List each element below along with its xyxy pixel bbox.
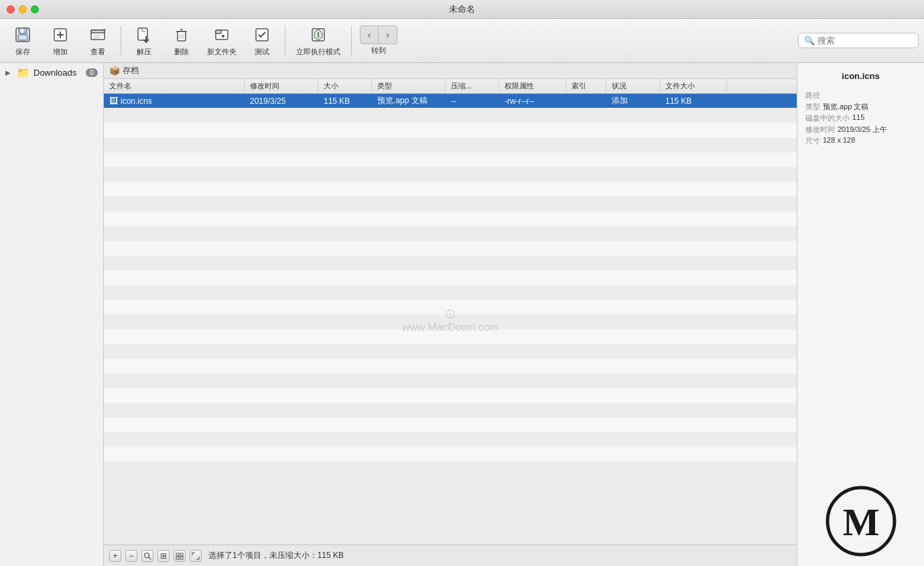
file-status-cell: 添加 bbox=[606, 94, 660, 108]
add-label: 增加 bbox=[53, 47, 68, 57]
preview-mtime-row: 修改时间 2019/3/25 上午 bbox=[805, 125, 916, 135]
table-row-empty-5 bbox=[104, 167, 797, 182]
save-button[interactable]: 保存 bbox=[5, 21, 40, 60]
search-icon: 🔍 bbox=[804, 36, 815, 46]
group-button[interactable] bbox=[174, 550, 186, 562]
table-row-empty-21 bbox=[104, 403, 797, 418]
preview-type-key: 类型 bbox=[805, 102, 820, 112]
table-row-empty-12 bbox=[104, 271, 797, 285]
bottom-btn-4[interactable]: ⊞ bbox=[157, 550, 170, 562]
save-icon bbox=[12, 24, 34, 46]
table-row-empty-14 bbox=[104, 300, 797, 315]
svg-rect-32 bbox=[180, 557, 183, 559]
new-archive-button[interactable]: 新文件夹 bbox=[202, 21, 242, 60]
col-compress[interactable]: 压缩... bbox=[446, 79, 499, 93]
table-row[interactable]: 🖼 icon.icns 2019/3/25 115 KB 预览.app 文稿 -… bbox=[104, 94, 797, 109]
minimize-button[interactable] bbox=[19, 5, 27, 13]
table-row-empty-22 bbox=[104, 418, 797, 433]
table-row-empty-20 bbox=[104, 388, 797, 403]
table-row-empty-13 bbox=[104, 285, 797, 300]
new-archive-icon bbox=[211, 24, 233, 46]
toolbar: 保存 增加 ▾ 查看 bbox=[0, 19, 924, 63]
svg-rect-3 bbox=[21, 29, 23, 33]
col-mtime[interactable]: 修改时间 bbox=[245, 79, 318, 93]
col-perm[interactable]: 权限属性 bbox=[499, 79, 566, 93]
back-button[interactable]: ‹ bbox=[360, 25, 379, 44]
table-row-empty-11 bbox=[104, 256, 797, 271]
status-text: 选择了1个项目，未压缩大小：115 KB bbox=[208, 550, 344, 561]
file-panel: 📦 存档 文件名 修改时间 大小 类型 压缩... 权限属性 索引 状况 文件大… bbox=[104, 63, 797, 566]
immediate-mode-button[interactable]: 立即执行模式 bbox=[291, 21, 346, 60]
forward-button[interactable]: › bbox=[379, 25, 397, 44]
table-row-empty-17 bbox=[104, 344, 797, 359]
table-row-empty-1 bbox=[104, 109, 797, 123]
table-row-empty-6 bbox=[104, 182, 797, 197]
add-button[interactable]: 增加 bbox=[43, 21, 78, 60]
delete-button[interactable]: 删除 bbox=[164, 21, 199, 60]
preview-path-key: 路径 bbox=[805, 90, 820, 100]
view-icon: ▾ bbox=[87, 24, 109, 46]
file-fsize-cell: 115 KB bbox=[660, 94, 727, 108]
traffic-lights bbox=[7, 5, 39, 13]
table-row-empty-19 bbox=[104, 374, 797, 388]
new-archive-label: 新文件夹 bbox=[207, 47, 237, 57]
table-row-empty-10 bbox=[104, 241, 797, 256]
col-fsize[interactable]: 文件大小 bbox=[660, 79, 727, 93]
sidebar-item-downloads[interactable]: ▶ 📁 Downloads 0 bbox=[0, 63, 103, 82]
maximize-button[interactable] bbox=[31, 5, 39, 13]
bottom-bar: + − ⊞ 选择了1个项目，未压缩大小：115 KB bbox=[104, 545, 797, 566]
divider-1 bbox=[121, 26, 121, 56]
remove-item-button[interactable]: − bbox=[125, 550, 137, 562]
table-row-empty-24 bbox=[104, 447, 797, 462]
svg-rect-8 bbox=[91, 30, 105, 33]
file-compress-cell: -- bbox=[446, 94, 499, 108]
nav-arrows: ‹ › bbox=[360, 25, 397, 44]
close-button[interactable] bbox=[7, 5, 15, 13]
delete-label: 删除 bbox=[174, 47, 189, 57]
table-row-empty-25 bbox=[104, 462, 797, 477]
search-box[interactable]: 🔍 bbox=[798, 33, 919, 48]
column-headers: 文件名 修改时间 大小 类型 压缩... 权限属性 索引 状况 文件大小 bbox=[104, 79, 797, 94]
search-input[interactable] bbox=[817, 36, 913, 46]
preview-disksize-row: 磁盘中的大小 115 bbox=[805, 113, 916, 123]
sidebar-badge: 0 bbox=[86, 68, 98, 77]
file-name: icon.icns bbox=[121, 96, 152, 106]
table-row-empty-4 bbox=[104, 153, 797, 167]
add-item-button[interactable]: + bbox=[109, 550, 121, 562]
extract-button[interactable]: 解压 bbox=[127, 21, 161, 60]
col-status[interactable]: 状况 bbox=[606, 79, 660, 93]
immediate-label: 立即执行模式 bbox=[296, 47, 340, 57]
col-index[interactable]: 索引 bbox=[566, 79, 606, 93]
table-row-empty-3 bbox=[104, 138, 797, 153]
view-button[interactable]: ▾ 查看 bbox=[80, 21, 115, 60]
file-mtime-cell: 2019/3/25 bbox=[245, 94, 318, 108]
macdown-logo: M bbox=[824, 484, 898, 558]
svg-rect-30 bbox=[180, 553, 183, 556]
window-title: 未命名 bbox=[449, 3, 475, 15]
preview-panel: icon.icns 路径 类型 预览.app 文稿 磁盘中的大小 115 修改时… bbox=[797, 63, 924, 566]
col-filename[interactable]: 文件名 bbox=[104, 79, 245, 93]
expand-icon: ▶ bbox=[5, 69, 13, 77]
svg-rect-21 bbox=[216, 30, 221, 33]
view-label: 查看 bbox=[90, 47, 105, 57]
test-label: 测试 bbox=[255, 47, 269, 57]
file-list[interactable]: 🖼 icon.icns 2019/3/25 115 KB 预览.app 文稿 -… bbox=[104, 94, 797, 545]
breadcrumb-text: 存档 bbox=[123, 65, 139, 76]
extract-label: 解压 bbox=[137, 47, 151, 57]
svg-text:▾: ▾ bbox=[103, 27, 106, 32]
search-bottom-button[interactable] bbox=[141, 550, 153, 562]
col-type[interactable]: 类型 bbox=[372, 79, 446, 93]
test-button[interactable]: 测试 bbox=[245, 21, 279, 60]
file-size-cell: 115 KB bbox=[318, 94, 372, 108]
preview-disksize-key: 磁盘中的大小 bbox=[805, 113, 850, 123]
immediate-icon bbox=[308, 24, 329, 46]
svg-rect-31 bbox=[176, 557, 179, 559]
table-row-empty-15 bbox=[104, 315, 797, 330]
preview-type-row: 类型 预览.app 文稿 bbox=[805, 102, 916, 112]
file-icon: 🖼 bbox=[109, 96, 118, 106]
expand-button[interactable] bbox=[190, 550, 202, 562]
test-icon bbox=[251, 24, 273, 46]
col-size[interactable]: 大小 bbox=[318, 79, 372, 93]
sidebar-downloads-label: Downloads bbox=[34, 68, 82, 78]
table-row-empty-18 bbox=[104, 359, 797, 374]
